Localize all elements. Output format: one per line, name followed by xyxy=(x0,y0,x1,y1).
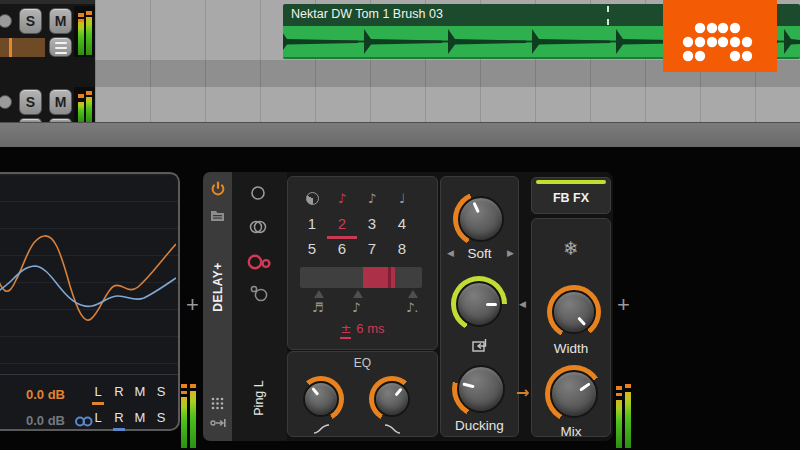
add-device-button-left[interactable]: + xyxy=(186,292,199,318)
note-sync-icon[interactable]: ♪ xyxy=(368,191,376,206)
solo-button[interactable]: S xyxy=(19,8,42,34)
scope-display xyxy=(0,174,178,374)
slider-marker-icon[interactable] xyxy=(353,290,363,298)
step-3[interactable]: 3 xyxy=(357,215,387,239)
highpass-curve-icon[interactable] xyxy=(313,423,330,434)
step-1[interactable]: 1 xyxy=(297,215,327,239)
add-device-button-right[interactable]: + xyxy=(617,292,630,318)
slider-marker-icon[interactable] xyxy=(408,290,418,298)
fbfx-panel: ❄ Width Mix xyxy=(531,218,611,437)
clock-icon[interactable] xyxy=(306,192,319,205)
channel-link-icon[interactable] xyxy=(74,415,94,428)
track-menu-button[interactable] xyxy=(49,37,72,57)
meter-mode-m2[interactable]: M xyxy=(134,410,146,431)
track-meter-2 xyxy=(74,87,95,122)
feedback-column-panel: ◀ Soft ▶ Ducking xyxy=(440,176,519,437)
meter-mode-row-a: L R M S xyxy=(92,384,167,405)
clip-title: Nektar DW Tom 1 Brush 03 xyxy=(291,7,443,21)
record-arm-button-2[interactable] xyxy=(0,95,12,109)
power-icon[interactable] xyxy=(210,181,226,197)
width-label: Width xyxy=(532,341,610,356)
scope-panel: 0.0 dB L R M S 0.0 dB L R M S xyxy=(0,172,180,431)
bitwig-window: Nektar DW Tom 1 Brush 03 xyxy=(0,0,800,450)
fbfx-label: FB FX xyxy=(532,191,610,205)
eq-panel: EQ xyxy=(287,351,438,437)
offset-slider[interactable] xyxy=(300,267,422,288)
slider-marker-icon[interactable] xyxy=(314,290,324,298)
step-7[interactable]: 7 xyxy=(357,240,387,261)
gain-value-a[interactable]: 0.0 dB xyxy=(26,387,65,402)
device-title: DELAY+ xyxy=(211,262,225,312)
output-meter-left xyxy=(181,384,198,448)
delay-mode-column: Ping L xyxy=(232,172,287,441)
next-mode-icon[interactable]: ▶ xyxy=(507,248,514,258)
mode-stereo-icon[interactable] xyxy=(249,219,267,235)
mute-button-2[interactable]: M xyxy=(49,89,72,115)
feedback-insert-icon[interactable] xyxy=(471,337,488,353)
solo-button-2[interactable]: S xyxy=(19,89,42,115)
note-sync-icon-selected[interactable]: ♪ xyxy=(338,191,346,206)
ducking-knob[interactable] xyxy=(452,360,510,418)
fbfx-active-bar xyxy=(536,180,606,184)
record-arm-button[interactable] xyxy=(0,14,12,28)
mix-label: Mix xyxy=(532,424,610,439)
offset-slider-value xyxy=(388,267,391,288)
ducking-label: Ducking xyxy=(441,418,518,433)
feedback-mod-arrow-icon: ◀ xyxy=(519,299,526,309)
track-header-panel: S M S M xyxy=(0,0,95,122)
meter-mode-r[interactable]: R xyxy=(113,384,125,405)
feedback-knob[interactable] xyxy=(451,276,507,332)
routing-icon[interactable] xyxy=(210,418,226,428)
mode-pingpong-icon-selected[interactable] xyxy=(247,253,271,271)
width-knob[interactable] xyxy=(547,285,601,339)
remote-controls-grid-icon[interactable] xyxy=(211,397,224,410)
scope-wave-orange xyxy=(0,236,176,320)
note-dotted-icon: ♪. xyxy=(406,300,418,315)
delay-device[interactable]: DELAY+ xyxy=(203,172,613,441)
mode-mono-icon[interactable] xyxy=(249,185,267,201)
device-header-strip: DELAY+ xyxy=(203,172,232,441)
preset-folder-icon[interactable] xyxy=(210,209,225,222)
output-meter-right xyxy=(616,384,635,448)
plus-minus-icon[interactable]: ± xyxy=(340,321,351,339)
step-2-selected[interactable]: 2 xyxy=(327,215,357,239)
automation-strip[interactable] xyxy=(0,38,45,57)
mode-label[interactable]: Ping L xyxy=(252,380,266,415)
sync-mode-row: ♪ ♪ ♩ xyxy=(297,187,417,209)
bitwig-logo-icon xyxy=(663,0,777,72)
eq-highpass-knob[interactable] xyxy=(298,376,344,422)
step-4[interactable]: 4 xyxy=(387,215,417,239)
step-5[interactable]: 5 xyxy=(297,240,327,261)
fbfx-button[interactable]: FB FX xyxy=(531,177,611,214)
scope-controls: 0.0 dB L R M S 0.0 dB L R M S xyxy=(0,374,178,430)
meter-mode-m[interactable]: M xyxy=(134,384,146,405)
meter-mode-row-b: L R M S xyxy=(92,410,167,431)
gain-value-b[interactable]: 0.0 dB xyxy=(26,413,65,428)
meter-mode-l[interactable]: L xyxy=(92,384,104,405)
previous-track-edge xyxy=(0,0,95,4)
step-6[interactable]: 6 xyxy=(327,240,357,261)
step-8[interactable]: 8 xyxy=(387,240,417,261)
clip-loop-marker xyxy=(607,6,609,25)
eq-lowpass-knob[interactable] xyxy=(369,376,415,422)
horizontal-scrollbar[interactable] xyxy=(0,122,800,147)
step-row-2: 5 6 7 8 xyxy=(297,240,417,261)
mode-dual-icon[interactable] xyxy=(249,284,269,302)
note-sixteenth-icon: ♬ xyxy=(312,300,324,315)
track-lane-2[interactable] xyxy=(95,87,800,122)
meter-mode-s[interactable]: S xyxy=(155,384,167,405)
step-row-1: 1 2 3 4 xyxy=(297,215,417,239)
mix-knob[interactable] xyxy=(545,365,603,423)
scope-wave-blue xyxy=(0,266,176,306)
eq-title: EQ xyxy=(288,356,437,370)
mute-button[interactable]: M xyxy=(49,8,72,34)
freeze-icon[interactable]: ❄ xyxy=(563,237,579,259)
note-eighth-icon: ♪ xyxy=(352,300,360,315)
offset-value[interactable]: ±6 ms xyxy=(288,321,437,336)
soft-knob[interactable] xyxy=(453,191,509,247)
meter-mode-r2[interactable]: R xyxy=(113,410,125,431)
lowpass-curve-icon[interactable] xyxy=(384,423,401,434)
meter-mode-s2[interactable]: S xyxy=(155,410,167,431)
note-quarter-icon[interactable]: ♩ xyxy=(399,191,405,206)
meter-mode-l2[interactable]: L xyxy=(92,410,104,431)
